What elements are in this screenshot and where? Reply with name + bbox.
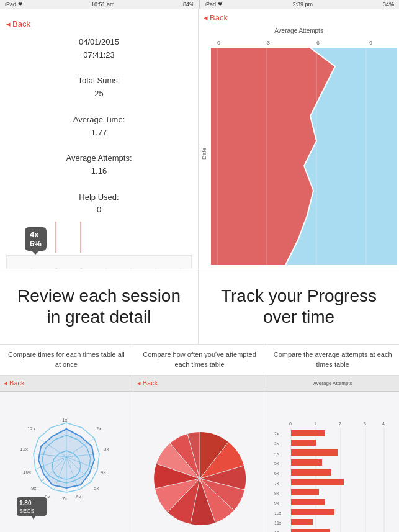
svg-text:3x: 3x (104, 446, 109, 452)
svg-marker-61 (32, 516, 35, 520)
bar-nav: Average Attempts (266, 376, 399, 392)
radar-panel: ◂ Back (0, 376, 133, 532)
svg-text:4x: 4x (101, 469, 105, 475)
svg-rect-105 (291, 430, 325, 436)
svg-text:1: 1 (314, 422, 316, 426)
back-button-right[interactable]: ◂ Back (204, 13, 228, 22)
svg-text:11x: 11x (274, 521, 282, 525)
svg-text:9: 9 (369, 40, 372, 46)
radar-content: 1x 2x 3x 4x 5x 6x 7x 8x 9x 10x 11x 12x 1… (0, 392, 133, 532)
desc-text-3: Compare the average attempts at each tim… (271, 350, 394, 369)
left-nav-bar: ◂ Back (6, 15, 192, 32)
status-time-1: 10:51 am (91, 1, 115, 7)
status-left-2: iPad ❤ (205, 1, 223, 7)
svg-rect-107 (291, 440, 316, 446)
total-sums-value: 25 (6, 88, 192, 101)
status-time-2: 2:39 pm (292, 1, 313, 7)
svg-text:Date: Date (201, 148, 207, 160)
desc-text-2: Compare how often you've attempted each … (138, 350, 261, 369)
radar-nav: ◂ Back (0, 376, 133, 392)
bar-content: 0 1 2 3 4 2x 3x 4x (266, 392, 399, 532)
help-used-label: Help Used: (6, 191, 192, 204)
svg-text:12x: 12x (27, 426, 35, 431)
right-nav-bar: ◂ Back (199, 9, 399, 26)
svg-text:10x: 10x (274, 511, 282, 515)
svg-text:10x: 10x (23, 469, 31, 475)
back-label-left: Back (12, 19, 30, 29)
svg-text:6x: 6x (76, 494, 81, 500)
svg-rect-113 (291, 469, 331, 476)
svg-rect-121 (291, 509, 334, 515)
bar-panel: Average Attempts 0 1 2 3 4 2x (266, 376, 399, 532)
bar-chart-title: Average Attempts (270, 381, 395, 386)
svg-text:SECS: SECS (19, 508, 35, 514)
chart-title: Average Attempts (199, 26, 399, 35)
session-info: 04/01/2015 07:41:23 Total Sums: 25 Avera… (6, 36, 192, 217)
top-section: ◂ Back 04/01/2015 07:41:23 Total Sums: 2… (0, 9, 399, 269)
svg-text:0: 0 (289, 422, 292, 426)
line-chart (6, 255, 192, 269)
svg-rect-123 (291, 519, 313, 525)
session-date: 04/01/2015 (6, 36, 192, 49)
back-button-left[interactable]: ◂ Back (6, 19, 30, 29)
back-button-radar[interactable]: ◂ Back (4, 379, 25, 387)
total-sums-label: Total Sums: (6, 74, 192, 88)
svg-text:8x: 8x (274, 491, 279, 495)
promo-left-heading: Review each session in great detail (12, 286, 186, 327)
svg-text:3x: 3x (274, 441, 279, 446)
svg-text:1x: 1x (62, 417, 67, 423)
pie-nav: ◂ Back (133, 376, 266, 392)
svg-text:4: 4 (382, 422, 385, 426)
line-chart-svg (7, 256, 192, 269)
svg-text:3: 3 (364, 422, 366, 426)
svg-text:7x: 7x (274, 481, 279, 485)
svg-text:4x: 4x (274, 451, 279, 456)
bottom-section: ◂ Back (0, 375, 399, 532)
svg-text:1.80: 1.80 (19, 500, 32, 507)
desc-item-2: Compare how often you've attempted each … (133, 345, 267, 375)
status-battery-2: 34% (383, 1, 394, 7)
svg-rect-109 (291, 449, 338, 456)
avg-time-value: 1.77 (6, 127, 192, 140)
back-icon-left: ◂ (6, 19, 11, 29)
bar-chart-svg: 0 1 2 3 4 2x 3x 4x (274, 417, 392, 532)
svg-text:7x: 7x (62, 496, 67, 502)
help-used-value: 0 (6, 204, 192, 217)
desc-item-1: Compare times for each times table all a… (0, 345, 133, 375)
svg-text:5x: 5x (274, 461, 279, 466)
session-detail-panel: ◂ Back 04/01/2015 07:41:23 Total Sums: 2… (0, 9, 199, 269)
back-button-pie[interactable]: ◂ Back (137, 379, 158, 387)
promo-section: Review each session in great detail Trac… (0, 269, 399, 344)
svg-text:6x: 6x (274, 471, 279, 476)
svg-text:2x: 2x (274, 431, 279, 436)
promo-right: Track your Progress over time (199, 269, 399, 344)
progress-chart-panel: ◂ Back Average Attempts 0 3 6 9 Date (199, 9, 399, 269)
pie-content: 1x 2x 3x 4x 5x 6x 7x 8x 9x 10x (133, 392, 266, 532)
svg-text:6: 6 (316, 40, 320, 46)
svg-rect-125 (291, 529, 330, 532)
promo-right-heading: Track your Progress over time (211, 286, 387, 327)
pie-panel: ◂ Back (133, 376, 267, 532)
description-row: Compare times for each times table all a… (0, 344, 399, 375)
svg-rect-111 (291, 459, 322, 466)
svg-rect-119 (291, 499, 325, 505)
avg-time-label: Average Time: (6, 114, 192, 127)
svg-text:0: 0 (217, 40, 220, 46)
back-label-right: Back (210, 13, 228, 22)
status-battery-1: 84% (183, 1, 194, 7)
chart-lines-svg (6, 222, 180, 253)
avg-attempts-value: 1.16 (6, 165, 192, 178)
avg-attempts-label: Average Attempts: (6, 152, 192, 165)
pie-svg: 1x 2x 3x 4x 5x 6x 7x 8x 9x 10x (141, 417, 259, 532)
svg-text:11x: 11x (20, 446, 28, 452)
svg-text:2: 2 (339, 422, 341, 426)
svg-marker-45 (38, 429, 94, 488)
svg-text:3: 3 (267, 40, 270, 46)
radar-svg: 1x 2x 3x 4x 5x 6x 7x 8x 9x 10x 11x 12x 1… (7, 417, 125, 532)
status-left-1: iPad ❤ (5, 1, 23, 7)
dual-status-bar: iPad ❤ 10:51 am 84% iPad ❤ 2:39 pm 34% (0, 0, 399, 9)
area-chart-svg: 0 3 6 9 Date (199, 35, 399, 268)
svg-text:2x: 2x (96, 426, 101, 431)
svg-rect-117 (291, 489, 319, 495)
session-time: 07:41:23 (6, 49, 192, 62)
